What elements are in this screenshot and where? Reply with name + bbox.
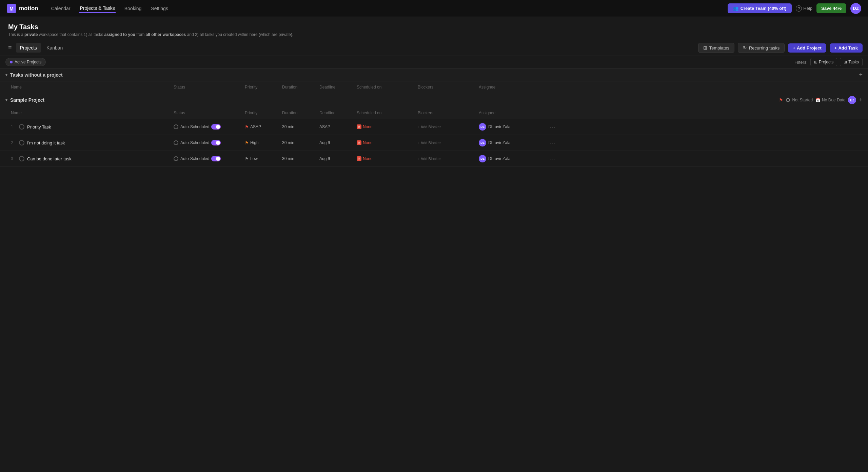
project-add-button[interactable]: +	[859, 97, 863, 104]
section-chevron-icon: ▾	[5, 73, 7, 77]
task-3-number: 3	[11, 156, 16, 161]
svg-text:M: M	[9, 6, 14, 12]
task-1-priority-tag: ⚑ ASAP	[245, 124, 274, 130]
page-title: My Tasks	[8, 23, 860, 31]
col-header-actions	[542, 83, 556, 91]
grid-filter-icon: ⊞	[814, 60, 817, 64]
project-meta: ⚑ Not Started 📅 No Due Date DZ +	[779, 96, 863, 104]
active-projects-filter[interactable]: Active Projects	[5, 58, 46, 66]
nav-calendar[interactable]: Calendar	[51, 4, 71, 13]
task-1-name[interactable]: Priority Task	[27, 124, 51, 130]
nav-booking[interactable]: Booking	[124, 4, 142, 13]
col-header-assignee: Assignee	[475, 83, 542, 91]
task-3-actions-cell: ⋯	[542, 151, 556, 166]
task-1-status-cell: Auto-Scheduled	[170, 121, 241, 132]
task-2-assignee-name: Dhruvir Zala	[488, 140, 510, 145]
help-icon: ?	[796, 5, 802, 12]
logo-area[interactable]: M motion	[7, 4, 38, 13]
create-team-button[interactable]: 👥 Create Team (40% off)	[728, 3, 792, 13]
add-project-button[interactable]: + Add Project	[788, 43, 826, 53]
none-x-icon: ✕	[357, 124, 361, 129]
tasks-filter-button[interactable]: ⊞ Tasks	[840, 58, 863, 66]
task-1-more-button[interactable]: ⋯	[547, 122, 558, 132]
task-row: 1 Priority Task Auto-Scheduled ⚑ ASAP 30…	[0, 119, 868, 135]
task-2-name[interactable]: I'm not doing it task	[27, 140, 65, 145]
logo-text: motion	[19, 5, 38, 12]
task-2-toggle[interactable]	[211, 140, 221, 145]
task-3-status-tag: Auto-Scheduled	[174, 156, 237, 161]
none-x-icon: ✕	[357, 140, 361, 145]
toolbar-tabs: ≡ Projects Kanban	[5, 43, 67, 53]
task-1-name-cell: 1 Priority Task	[0, 121, 170, 132]
col-header-status: Status	[170, 83, 241, 91]
task-3-add-blocker[interactable]: + Add Blocker	[418, 157, 441, 161]
col-header-duration: Duration	[278, 83, 315, 91]
filter-bar: Active Projects Filters: ⊞ Projects ⊞ Ta…	[0, 56, 868, 68]
task-1-add-blocker[interactable]: + Add Blocker	[418, 125, 441, 129]
task-2-more-button[interactable]: ⋯	[547, 138, 558, 148]
sample-project-section: ▾ Sample Project ⚑ Not Started 📅 No Due …	[0, 93, 868, 167]
table-header-project: Name Status Priority Duration Deadline S…	[0, 107, 868, 119]
high-flag-icon: ⚑	[245, 140, 249, 145]
task-2-name-cell: 2 I'm not doing it task	[0, 137, 170, 148]
motion-logo-icon: M	[7, 4, 16, 13]
task-1-status-tag: Auto-Scheduled	[174, 124, 237, 130]
sidebar-toggle-button[interactable]: ≡	[5, 43, 15, 53]
task-3-more-button[interactable]: ⋯	[547, 154, 558, 164]
section-add-button[interactable]: +	[859, 71, 863, 78]
task-1-assignee-cell: DZ Dhruvir Zala	[475, 120, 542, 133]
add-task-button[interactable]: + Add Task	[830, 43, 863, 53]
proj-col-header-priority: Priority	[241, 109, 278, 117]
task-3-status-cell: Auto-Scheduled	[170, 153, 241, 164]
project-due-date: 📅 No Due Date	[815, 98, 845, 102]
templates-button[interactable]: ⊞ Templates	[698, 43, 734, 53]
section-title: Tasks without a project	[10, 72, 859, 78]
recurring-icon: ↻	[743, 45, 747, 51]
task-2-assignee-avatar: DZ	[479, 139, 486, 146]
task-2-priority-cell: ⚑ High	[241, 138, 278, 148]
help-button[interactable]: ? Help	[796, 5, 812, 12]
task-row: 3 Can be done later task Auto-Scheduled …	[0, 151, 868, 167]
add-project-plus-icon: +	[793, 45, 795, 51]
nav-settings[interactable]: Settings	[150, 4, 169, 13]
tasks-without-project-section[interactable]: ▾ Tasks without a project +	[0, 68, 868, 81]
task-2-actions-cell: ⋯	[542, 135, 556, 151]
save-button[interactable]: Save 44%	[816, 3, 846, 13]
task-3-name[interactable]: Can be done later task	[27, 156, 72, 161]
nav-projects-tasks[interactable]: Projects & Tasks	[79, 4, 115, 13]
page-header: My Tasks This is a private workspace tha…	[0, 17, 868, 40]
toolbar-actions: ⊞ Templates ↻ Recurring tasks + Add Proj…	[698, 43, 863, 53]
task-1-assignee-name: Dhruvir Zala	[488, 124, 510, 129]
task-1-toggle[interactable]	[211, 124, 221, 130]
task-2-assignee-cell: DZ Dhruvir Zala	[475, 136, 542, 149]
task-2-blockers-cell: + Add Blocker	[414, 138, 475, 148]
project-header[interactable]: ▾ Sample Project ⚑ Not Started 📅 No Due …	[0, 93, 868, 107]
proj-col-header-actions	[542, 109, 556, 117]
projects-filter-button[interactable]: ⊞ Projects	[810, 58, 837, 66]
task-3-assignee-cell: DZ Dhruvir Zala	[475, 152, 542, 165]
proj-col-header-deadline: Deadline	[315, 109, 353, 117]
task-1-actions-cell: ⋯	[542, 119, 556, 135]
task-2-none-tag: ✕ None	[357, 140, 410, 145]
recurring-tasks-button[interactable]: ↻ Recurring tasks	[738, 43, 785, 53]
task-2-add-blocker[interactable]: + Add Blocker	[418, 141, 441, 145]
task-3-toggle[interactable]	[211, 156, 221, 161]
proj-col-header-blockers: Blockers	[414, 109, 475, 117]
project-status: Not Started	[786, 98, 813, 102]
task-row: 2 I'm not doing it task Auto-Scheduled ⚑…	[0, 135, 868, 151]
active-projects-dot	[10, 61, 13, 63]
task-2-deadline-cell: Aug 9	[315, 138, 353, 148]
avatar[interactable]: DZ	[850, 3, 861, 14]
task-3-deadline-cell: Aug 9	[315, 154, 353, 164]
tab-kanban[interactable]: Kanban	[42, 43, 67, 53]
task-1-status-circle	[19, 124, 24, 130]
tab-projects[interactable]: Projects	[16, 43, 41, 53]
people-icon: 👥	[733, 6, 738, 11]
proj-col-header-name: Name	[0, 109, 170, 117]
project-status-circle	[786, 98, 790, 102]
task-3-priority-cell: ⚑ Low	[241, 154, 278, 164]
col-header-name: Name	[0, 83, 170, 91]
task-2-priority-tag: ⚑ High	[245, 140, 274, 145]
task-2-status-tag: Auto-Scheduled	[174, 140, 237, 145]
task-3-name-cell: 3 Can be done later task	[0, 153, 170, 164]
